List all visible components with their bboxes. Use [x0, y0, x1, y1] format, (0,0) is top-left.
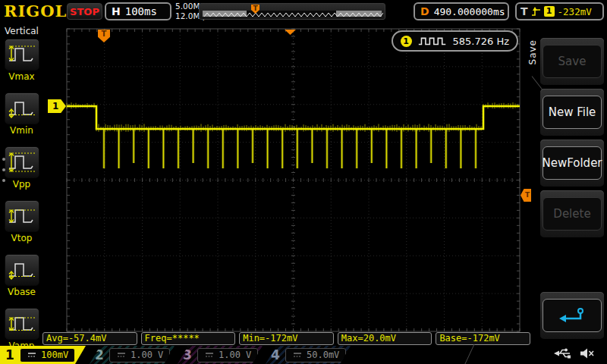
- menu-item-vpp[interactable]: Vpp: [0, 146, 43, 198]
- measurement-results-row: Avg=-57.4mVFreq=*****Min=-172mVMax=20.0m…: [42, 332, 530, 345]
- delete-button[interactable]: Delete: [543, 197, 602, 231]
- vpp-icon: [5, 146, 39, 178]
- graticule-and-trace: [43, 23, 531, 345]
- menu-item-vmax[interactable]: Vmax: [0, 39, 43, 90]
- channel-1-indicator[interactable]: 1 100mV: [0, 346, 86, 364]
- waveform-display-area: 1 T T 1 585.726 Hz: [43, 23, 531, 345]
- channel-scale-box: 1.00 V: [109, 348, 170, 362]
- measurement-min: Min=-172mV: [239, 332, 334, 345]
- save-button[interactable]: Save: [543, 45, 602, 78]
- delete-softkey: Delete: [540, 190, 604, 237]
- measurement-max: Max=20.0mV: [338, 332, 432, 345]
- vtop-icon: [5, 200, 39, 232]
- page-dot: [2, 168, 5, 171]
- measurement-freq: Freq=*****: [141, 332, 236, 345]
- brand-logo: RIGOL: [4, 2, 67, 20]
- return-arrow-icon: [555, 306, 589, 325]
- memory-waveform-strip: [203, 11, 382, 17]
- newfolder-button[interactable]: NewFolder: [543, 146, 602, 180]
- menu-item-vbase[interactable]: Vbase: [0, 254, 43, 306]
- channel-scale-value: 100mV: [41, 350, 68, 360]
- return-softkey: [540, 292, 604, 339]
- newfolder-softkey: NewFolder: [540, 140, 604, 187]
- delay-value: 490.000000ms: [434, 6, 505, 17]
- dc-coupling-icon: [27, 351, 37, 359]
- channel-number: 1: [0, 347, 20, 362]
- channel-scale-value: 50.0mV: [307, 350, 339, 360]
- vmax-icon: [5, 39, 39, 71]
- dc-coupling-icon: [116, 351, 127, 359]
- frequency-counter: 1 585.726 Hz: [392, 30, 519, 52]
- page-dot: [2, 179, 5, 182]
- menu-tab-save: Save: [527, 39, 538, 64]
- menu-item-label: Vpp: [0, 179, 43, 190]
- square-wave-icon: [417, 36, 448, 46]
- oscilloscope-screen: RIGOL STOP H 100ms 5.00MSa/s 12.0M pts T…: [0, 0, 607, 364]
- measurement-avg: Avg=-57.4mV: [42, 332, 137, 345]
- left-measure-menu: Vertical Vmax Vmin Vpp Vtop Vbase Vamp: [0, 23, 43, 345]
- channel-scale-value: 1.00 V: [131, 350, 163, 360]
- save-softkey: Save: [540, 38, 604, 85]
- memory-preview-bar: T: [199, 3, 385, 20]
- channel-scale-box: 50.0mV: [285, 348, 346, 362]
- new-file-button[interactable]: New File: [543, 96, 602, 129]
- run-state-badge: STOP: [67, 3, 102, 20]
- menu-item-label: Vtop: [0, 233, 43, 243]
- trigger-source-badge: 1: [544, 6, 555, 17]
- rising-edge-icon: [531, 6, 541, 17]
- new-file-softkey: New File: [540, 89, 604, 136]
- timebase-label: H: [112, 5, 121, 17]
- channel-4-indicator[interactable]: 4 50.0mV: [266, 346, 351, 364]
- vmin-icon: [5, 93, 39, 124]
- channel-scale-value: 1.00 V: [219, 350, 251, 360]
- right-soft-menu: Save SaveNew FileNewFolderDelete: [531, 23, 607, 345]
- delay-box: D 490.000000ms: [414, 2, 509, 20]
- dc-coupling-icon: [292, 351, 303, 359]
- channel-2-indicator[interactable]: 2 1.00 V: [90, 346, 175, 364]
- counter-channel-badge: 1: [401, 36, 412, 47]
- channel-number: 2: [90, 347, 109, 362]
- channel-3-indicator[interactable]: 3 1.00 V: [178, 346, 263, 364]
- timebase-value: 100ms: [125, 5, 157, 17]
- channel-scale-box: 100mV: [20, 348, 75, 362]
- dc-coupling-icon: [204, 351, 215, 359]
- timebase-box: H 100ms: [105, 2, 171, 20]
- delay-label: D: [420, 5, 429, 17]
- menu-item-label: Vmax: [0, 71, 43, 82]
- trigger-label: T: [521, 5, 528, 17]
- status-divider: [464, 344, 474, 364]
- channel-status-bar: 1 100mV2 1.00 V3 1.00 V4 50.0mV: [0, 346, 607, 364]
- return-button[interactable]: [543, 299, 602, 332]
- trigger-box: T 1 -232mV: [515, 2, 604, 20]
- menu-item-label: Vmin: [0, 125, 43, 136]
- speaker-muted-icon: [579, 347, 595, 360]
- vamp-icon: [5, 308, 39, 340]
- counter-value: 585.726 Hz: [453, 36, 510, 47]
- measurement-base: Base=-172mV: [436, 332, 530, 345]
- menu-item-label: Vbase: [0, 287, 43, 297]
- channel-number: 4: [266, 347, 285, 362]
- channel-scale-box: 1.00 V: [197, 348, 258, 362]
- top-bar: RIGOL STOP H 100ms 5.00MSa/s 12.0M pts T…: [0, 0, 607, 23]
- menu-item-vtop[interactable]: Vtop: [0, 200, 43, 252]
- usb-icon: [552, 347, 572, 360]
- page-dot: [2, 158, 5, 161]
- menu-title: Vertical: [0, 23, 43, 36]
- channel-number: 3: [178, 347, 197, 362]
- trigger-level-value: -232mV: [558, 6, 592, 17]
- preview-waveform-icon: [203, 11, 383, 18]
- vbase-icon: [5, 254, 39, 286]
- menu-item-vmin[interactable]: Vmin: [0, 93, 43, 144]
